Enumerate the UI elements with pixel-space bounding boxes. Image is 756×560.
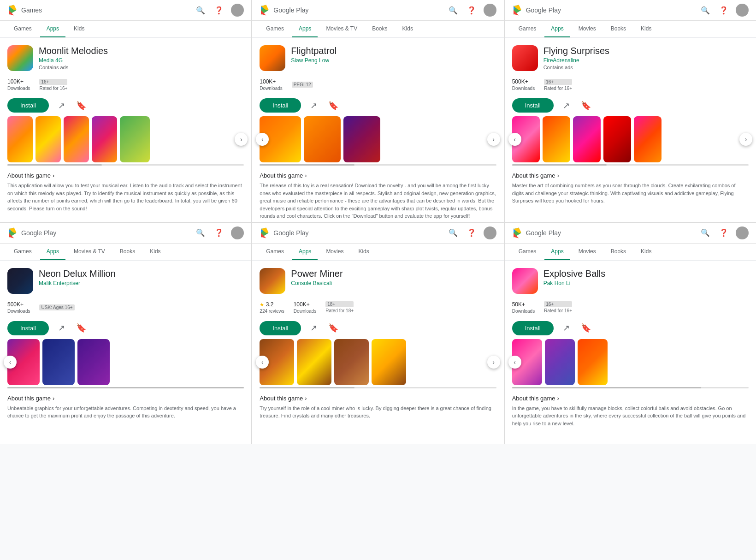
share-button-power[interactable]: ↗ [308,321,319,335]
screenshots-prev-power[interactable]: ‹ [256,356,269,369]
nav-games-power[interactable]: Games [260,244,290,260]
install-button-explosive[interactable]: Install [512,321,554,335]
install-button-flightpatrol[interactable]: Install [260,98,301,113]
nav-kids-power[interactable]: Kids [352,244,375,260]
app-developer-neon[interactable]: Malik Enterpriser [39,280,244,286]
avatar-neon[interactable] [231,226,244,239]
nav-games-flying[interactable]: Games [512,21,543,37]
install-button-flying[interactable]: Install [512,98,554,113]
nav-books-explosive[interactable]: Books [604,244,632,260]
app-developer-moonlit[interactable]: Media 4G [39,57,244,64]
screenshots-prev-flying[interactable]: ‹ [508,133,521,146]
app-developer-flying[interactable]: FireAdrenaline [543,57,749,64]
logo-flightpatrol[interactable]: Google Play [260,5,308,16]
nav-books-flying[interactable]: Books [604,21,632,37]
nav-kids-neon[interactable]: Kids [143,244,167,260]
nav-kids-flying[interactable]: Kids [634,21,658,37]
screenshots-next-flying[interactable]: › [739,133,752,146]
header-flightpatrol: Google Play 🔍 ❓ [252,0,503,21]
wishlist-button-moonlit[interactable]: 🔖 [74,99,88,113]
logo-power[interactable]: Google Play [260,227,308,238]
avatar-flying[interactable] [736,4,749,17]
nav-kids-moonlit[interactable]: Kids [67,21,91,37]
wishlist-button-neon[interactable]: 🔖 [74,321,88,335]
about-title-flying[interactable]: About this game › [512,172,749,179]
avatar-flightpatrol[interactable] [484,4,496,17]
screenshots-next-flightpatrol[interactable]: › [487,133,500,146]
search-button-power[interactable]: 🔍 [447,226,460,239]
app-info-flying: Flying Surprises FireAdrenaline Contains… [505,38,756,75]
nav-apps-power[interactable]: Apps [292,244,318,260]
downloads-stat-flightpatrol: 100K+ Downloads [260,78,282,91]
install-button-neon[interactable]: Install [7,321,49,335]
nav-movies-power[interactable]: Movies [319,244,350,260]
logo-neon[interactable]: Google Play [7,227,56,238]
about-title-explosive[interactable]: About this game › [512,395,749,402]
scrollbar-explosive [512,387,749,388]
nav-movies-flying[interactable]: Movies [572,21,602,37]
app-title-explosive: Explosive Balls [543,268,749,279]
help-button-explosive[interactable]: ❓ [717,226,730,239]
help-button-neon[interactable]: ❓ [213,226,225,239]
nav-apps-flying[interactable]: Apps [544,21,570,37]
help-button-flightpatrol[interactable]: ❓ [465,4,478,17]
share-button-moonlit[interactable]: ↗ [56,99,67,113]
share-button-neon[interactable]: ↗ [56,321,67,335]
app-developer-flightpatrol[interactable]: Siaw Peng Low [291,57,496,64]
wishlist-button-explosive[interactable]: 🔖 [579,321,593,335]
header-moonlit: Games 🔍 ❓ [0,0,251,21]
nav-books-flightpatrol[interactable]: Books [366,21,394,37]
help-button-flying[interactable]: ❓ [717,4,730,17]
app-title-flying: Flying Surprises [543,45,749,56]
screenshots-prev-explosive[interactable]: ‹ [508,356,521,369]
avatar-explosive[interactable] [736,226,749,239]
search-button-moonlit[interactable]: 🔍 [194,4,207,17]
share-button-explosive[interactable]: ↗ [561,321,572,335]
nav-apps-explosive[interactable]: Apps [544,244,570,260]
about-title-neon[interactable]: About this game › [7,395,244,402]
nav-apps-neon[interactable]: Apps [40,244,65,260]
nav-games-moonlit[interactable]: Games [7,21,38,37]
nav-apps-moonlit[interactable]: Apps [40,21,65,37]
avatar-moonlit[interactable] [231,4,244,17]
help-button-power[interactable]: ❓ [465,226,478,239]
search-button-flying[interactable]: 🔍 [699,4,712,17]
app-icon-neon [7,268,33,294]
app-developer-power[interactable]: Console Basicali [291,280,496,286]
about-title-flightpatrol[interactable]: About this game › [260,172,496,179]
screenshots-prev-neon[interactable]: ‹ [4,356,17,369]
search-button-explosive[interactable]: 🔍 [699,226,712,239]
share-button-flightpatrol[interactable]: ↗ [308,99,319,113]
nav-games-neon[interactable]: Games [7,244,38,260]
install-button-moonlit[interactable]: Install [7,98,49,113]
search-button-neon[interactable]: 🔍 [194,226,207,239]
help-button-moonlit[interactable]: ❓ [213,4,225,17]
screenshots-next-moonlit[interactable]: › [235,133,248,146]
screenshots-next-power[interactable]: › [487,356,500,369]
wishlist-button-flying[interactable]: 🔖 [579,99,593,113]
share-button-flying[interactable]: ↗ [561,99,572,113]
nav-movies-flightpatrol[interactable]: Movies & TV [319,21,364,37]
install-button-power[interactable]: Install [260,321,301,335]
search-button-flightpatrol[interactable]: 🔍 [447,4,460,17]
nav-movies-neon[interactable]: Movies & TV [67,244,112,260]
logo-explosive[interactable]: Google Play [512,227,561,238]
logo-moonlit[interactable]: Games [7,5,42,16]
nav-games-flightpatrol[interactable]: Games [260,21,290,37]
nav-kids-explosive[interactable]: Kids [634,244,658,260]
screenshots-prev-flightpatrol[interactable]: ‹ [256,133,269,146]
wishlist-button-power[interactable]: 🔖 [326,321,340,335]
wishlist-button-flightpatrol[interactable]: 🔖 [326,99,340,113]
avatar-power[interactable] [484,226,496,239]
nav-movies-explosive[interactable]: Movies [572,244,602,260]
screenshot-3-neon [77,339,110,385]
logo-flying[interactable]: Google Play [512,5,561,16]
nav-books-neon[interactable]: Books [113,244,142,260]
app-developer-explosive[interactable]: Pak Hon Li [543,280,749,286]
nav-games-explosive[interactable]: Games [512,244,543,260]
app-title-flightpatrol: Flightpatrol [291,45,496,56]
nav-kids-flightpatrol[interactable]: Kids [396,21,419,37]
nav-apps-flightpatrol[interactable]: Apps [292,21,318,37]
about-title-moonlit[interactable]: About this game › [7,172,244,179]
about-title-power[interactable]: About this game › [260,395,496,402]
